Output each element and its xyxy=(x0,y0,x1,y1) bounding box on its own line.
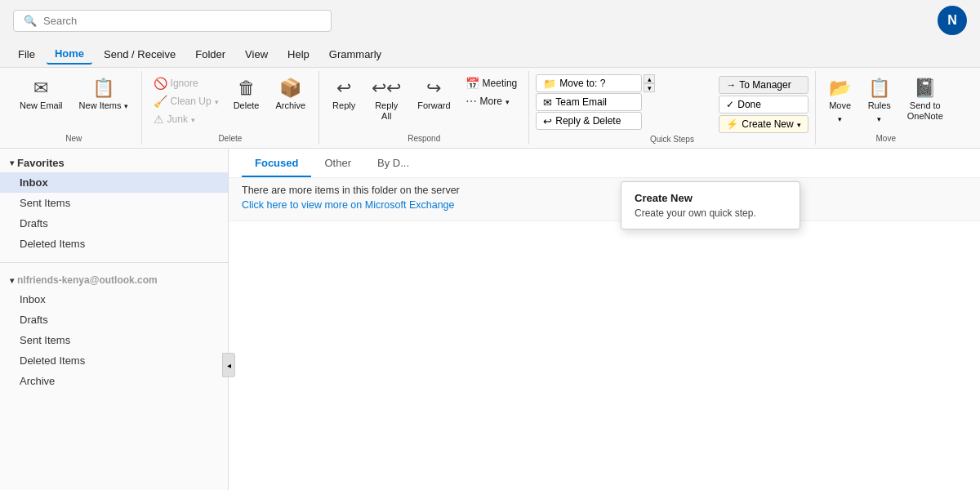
tooltip-title: Create New xyxy=(635,192,786,204)
delete-small-col: 🚫 Ignore 🧹 Clean Up ⚠ Junk xyxy=(149,74,224,128)
new-email-label: New Email xyxy=(20,100,63,111)
ribbon-group-delete: 🚫 Ignore 🧹 Clean Up ⚠ Junk 🗑 Delete xyxy=(142,71,320,145)
menu-item-home[interactable]: Home xyxy=(47,44,92,65)
create-new-tooltip: Create New Create your own quick step. xyxy=(621,181,800,229)
collapse-icon xyxy=(227,361,231,370)
move-label: Move xyxy=(829,100,851,111)
sidebar-item-deleted-items2[interactable]: Deleted Items xyxy=(0,350,228,371)
ribbon-group-quicksteps-label: Quick Steps xyxy=(536,133,808,145)
more-chevron xyxy=(506,96,510,107)
meeting-label: Meeting xyxy=(483,78,518,89)
sidebar-item-archive2[interactable]: Archive xyxy=(0,371,228,391)
qs-scroller xyxy=(644,74,655,92)
qs-to-manager-button[interactable]: To Manager xyxy=(719,76,808,94)
meeting-button[interactable]: 📅 Meeting xyxy=(461,74,523,92)
ribbon-group-respond: ↩ Reply ↩↩ ReplyAll ↪ Forward 📅 Meeting … xyxy=(319,71,529,145)
ribbon-group-new-label: New xyxy=(13,132,135,145)
move-button[interactable]: 📂 Move xyxy=(822,74,858,131)
ribbon-group-respond-label: Respond xyxy=(326,132,522,145)
delete-button[interactable]: 🗑 Delete xyxy=(227,74,266,131)
qs-scroll-up[interactable] xyxy=(644,74,655,83)
cleanup-chevron xyxy=(215,96,219,107)
account-header[interactable]: ▾ nlfriends-kenya@outlook.com xyxy=(0,271,228,289)
ribbon-group-move-label: Move xyxy=(822,132,950,145)
notification-link[interactable]: Click here to view more on Microsoft Exc… xyxy=(242,196,967,214)
ribbon-group-new-content: ✉ New Email 📋 New Items xyxy=(13,71,135,132)
sidebar-item-sent-items2[interactable]: Sent Items xyxy=(0,330,228,350)
qs-create-new-label: Create New xyxy=(742,118,793,130)
qs-move-to-icon: 📁 xyxy=(543,78,556,90)
sidebar-item-drafts2[interactable]: Drafts xyxy=(0,310,228,330)
junk-button[interactable]: ⚠ Junk xyxy=(149,110,224,128)
qs-reply-delete-button[interactable]: ↩ Reply & Delete xyxy=(536,112,642,130)
title-bar: 🔍 N xyxy=(0,0,980,41)
forward-label: Forward xyxy=(417,100,450,111)
move-icon: 📂 xyxy=(829,78,851,99)
tab-focused[interactable]: Focused xyxy=(242,150,311,177)
qs-team-email-label: Team Email xyxy=(555,96,607,108)
archive-icon: 📦 xyxy=(279,78,301,99)
ribbon-group-quicksteps-content: 📁 Move to: ? ✉ Team Email xyxy=(536,71,808,133)
avatar[interactable]: N xyxy=(938,6,967,35)
menu-item-help[interactable]: Help xyxy=(279,45,318,64)
forward-icon: ↪ xyxy=(426,78,441,99)
menu-item-view[interactable]: View xyxy=(237,45,276,64)
new-email-button[interactable]: ✉ New Email xyxy=(13,74,69,131)
favorites-section: ▾ Favorites Inbox Sent Items Drafts Dele… xyxy=(0,149,228,259)
reply-button[interactable]: ↩ Reply xyxy=(326,74,362,131)
new-items-button[interactable]: 📋 New Items xyxy=(73,74,135,131)
new-items-icon: 📋 xyxy=(92,78,114,99)
rules-button[interactable]: 📋 Rules xyxy=(862,74,898,131)
sidebar-item-inbox2[interactable]: Inbox xyxy=(0,289,228,310)
sidebar-item-deleted-items[interactable]: Deleted Items xyxy=(0,234,228,254)
qs-to-manager-label: To Manager xyxy=(739,79,791,91)
sidebar-item-inbox[interactable]: Inbox xyxy=(0,172,228,193)
menu-item-grammarly[interactable]: Grammarly xyxy=(321,45,390,64)
qs-create-new-button[interactable]: Create New xyxy=(719,115,808,133)
forward-button[interactable]: ↪ Forward xyxy=(411,74,457,131)
qs-done-label: Done xyxy=(737,99,761,110)
cleanup-icon: 🧹 xyxy=(154,95,167,108)
ribbon-group-quicksteps: 📁 Move to: ? ✉ Team Email xyxy=(529,71,815,145)
menu-item-file[interactable]: File xyxy=(10,45,43,64)
tabs-bar: Focused Other By D... xyxy=(229,149,980,178)
onenote-icon: 📓 xyxy=(914,78,936,99)
qs-scroll-down[interactable] xyxy=(644,83,655,92)
favorites-chevron: ▾ xyxy=(10,158,14,167)
sidebar-item-drafts[interactable]: Drafts xyxy=(0,213,228,234)
qs-done-button[interactable]: Done xyxy=(719,96,808,114)
qs-team-email-button[interactable]: ✉ Team Email xyxy=(536,93,642,111)
tab-by-date[interactable]: By D... xyxy=(364,150,422,176)
search-icon: 🔍 xyxy=(24,15,37,27)
ignore-button[interactable]: 🚫 Ignore xyxy=(149,74,224,92)
search-input[interactable] xyxy=(43,15,321,27)
reply-all-button[interactable]: ↩↩ ReplyAll xyxy=(365,74,408,131)
sidebar-item-sent-items[interactable]: Sent Items xyxy=(0,193,228,213)
sidebar-collapse-button[interactable] xyxy=(222,353,235,377)
meeting-icon: 📅 xyxy=(466,77,479,90)
menu-bar: File Home Send / Receive Folder View Hel… xyxy=(0,41,980,67)
new-email-icon: ✉ xyxy=(33,78,48,99)
cleanup-button[interactable]: 🧹 Clean Up xyxy=(149,92,224,110)
qs-reply-delete-label: Reply & Delete xyxy=(555,115,621,127)
qs-reply-delete-icon: ↩ xyxy=(543,115,552,127)
move-chevron xyxy=(838,113,842,124)
notification-bar: There are more items in this folder on t… xyxy=(229,178,980,221)
favorites-header[interactable]: ▾ Favorites xyxy=(0,154,228,172)
search-box[interactable]: 🔍 xyxy=(13,10,332,32)
menu-item-send-receive[interactable]: Send / Receive xyxy=(96,45,184,64)
ribbon-group-new: ✉ New Email 📋 New Items New xyxy=(7,71,142,145)
qs-move-to-button[interactable]: 📁 Move to: ? xyxy=(536,74,642,92)
sidebar-divider xyxy=(0,262,228,263)
archive-label: Archive xyxy=(275,100,305,111)
tab-other[interactable]: Other xyxy=(311,150,364,177)
more-button[interactable]: ⋯ More xyxy=(461,92,523,110)
archive-button[interactable]: 📦 Archive xyxy=(269,74,312,131)
rules-icon: 📋 xyxy=(868,78,890,99)
send-to-onenote-button[interactable]: 📓 Send toOneNote xyxy=(901,74,950,131)
delete-icon: 🗑 xyxy=(238,78,256,99)
ribbon-group-move: 📂 Move 📋 Rules 📓 Send toOneNote Move xyxy=(816,71,956,145)
menu-item-folder[interactable]: Folder xyxy=(187,45,234,64)
junk-icon: ⚠ xyxy=(154,113,164,126)
more-label: More xyxy=(480,96,502,107)
